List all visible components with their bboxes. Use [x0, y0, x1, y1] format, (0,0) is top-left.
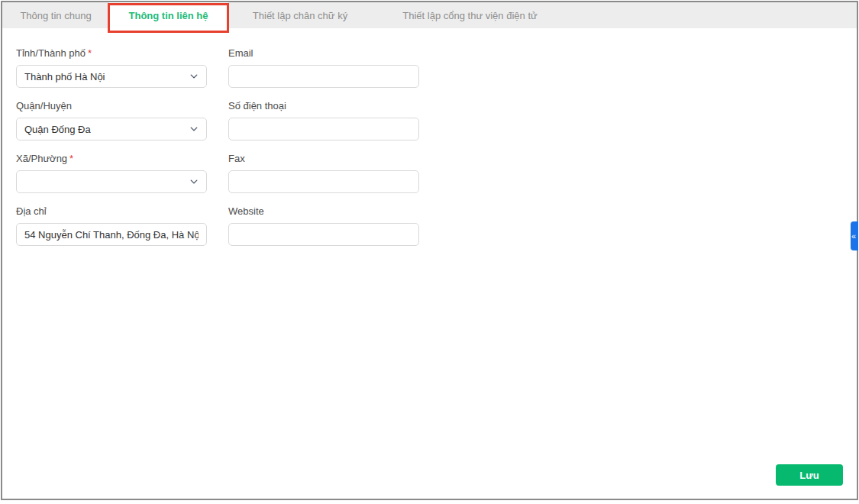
app-window: Thông tin chung Thông tin liên hệ Thiết … [1, 1, 858, 500]
label-text: Email [228, 47, 254, 59]
tab-label: Thông tin liên hệ [129, 10, 208, 21]
district-label: Quận/Huyện [16, 100, 207, 112]
phone-input[interactable] [228, 118, 419, 141]
form-left-column: Tỉnh/Thành phố* Thành phố Hà Nội Quận/Hu… [16, 47, 207, 258]
required-asterisk: * [69, 153, 73, 164]
tab-label: Thiết lập chân chữ ký [253, 10, 347, 21]
form-right-column: Email Số điện thoại Fax Website [228, 47, 419, 258]
address-label: Địa chỉ [16, 205, 207, 218]
field-website: Website [228, 205, 419, 246]
website-input[interactable] [228, 223, 419, 246]
fax-input[interactable] [228, 170, 419, 193]
label-text: Số điện thoại [228, 100, 286, 111]
label-text: Website [228, 205, 264, 217]
phone-label: Số điện thoại [228, 100, 419, 112]
website-label: Website [228, 205, 419, 218]
address-input[interactable] [16, 223, 207, 246]
chevron-down-icon [189, 72, 199, 81]
field-fax: Fax [228, 153, 419, 193]
tab-elibrary-portal[interactable]: Thiết lập cổng thư viện điện tử [373, 2, 567, 28]
select-value: Thành phố Hà Nội [24, 71, 105, 82]
chevron-down-icon [189, 124, 199, 134]
tab-general-info[interactable]: Thông tin chung [2, 2, 109, 28]
label-text: Quận/Huyện [16, 100, 72, 111]
collapse-panel-button[interactable]: « [851, 221, 858, 250]
tab-label: Thiết lập cổng thư viện điện tử [402, 10, 537, 21]
tab-bar: Thông tin chung Thông tin liên hệ Thiết … [2, 2, 857, 28]
chevron-down-icon [189, 177, 199, 186]
field-province: Tỉnh/Thành phố* Thành phố Hà Nội [16, 47, 207, 88]
tab-contact-info[interactable]: Thông tin liên hệ [109, 2, 228, 28]
chevron-left-icon: « [851, 231, 856, 241]
ward-select[interactable] [16, 170, 207, 193]
tab-signature-footer[interactable]: Thiết lập chân chữ ký [228, 2, 373, 28]
select-value: Quận Đống Đa [24, 124, 91, 135]
label-text: Tỉnh/Thành phố [16, 47, 86, 59]
province-label: Tỉnh/Thành phố* [16, 47, 207, 60]
fax-label: Fax [228, 153, 419, 165]
ward-label: Xã/Phường* [16, 153, 207, 165]
contact-info-form: Tỉnh/Thành phố* Thành phố Hà Nội Quận/Hu… [2, 28, 857, 258]
email-input[interactable] [228, 65, 419, 88]
field-ward: Xã/Phường* [16, 153, 207, 193]
province-select[interactable]: Thành phố Hà Nội [16, 65, 207, 88]
email-label: Email [228, 47, 419, 60]
tab-label: Thông tin chung [20, 10, 91, 21]
district-select[interactable]: Quận Đống Đa [16, 118, 207, 141]
field-phone: Số điện thoại [228, 100, 419, 141]
label-text: Địa chỉ [16, 205, 47, 217]
field-district: Quận/Huyện Quận Đống Đa [16, 100, 207, 141]
label-text: Fax [228, 153, 245, 164]
field-email: Email [228, 47, 419, 88]
save-button[interactable]: Lưu [776, 464, 843, 486]
required-asterisk: * [88, 47, 92, 59]
label-text: Xã/Phường [16, 153, 67, 164]
field-address: Địa chỉ [16, 205, 207, 246]
